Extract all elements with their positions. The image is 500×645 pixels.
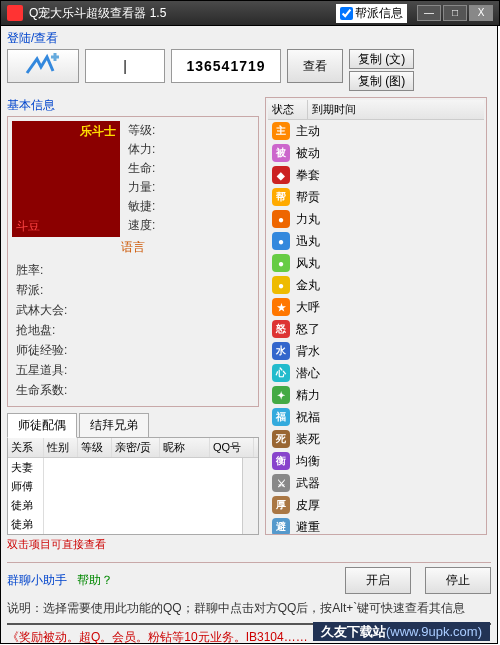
table-row[interactable]: 师傅 [8, 477, 258, 496]
status-item[interactable]: 帮帮贡 [268, 186, 484, 208]
status-item[interactable]: 衡均衡 [268, 450, 484, 472]
table-row[interactable]: 徒弟 [8, 515, 258, 534]
language-label: 语言 [12, 239, 254, 256]
close-button[interactable]: X [469, 5, 493, 21]
status-label: 避重 [296, 519, 320, 536]
helper-row: 群聊小助手 帮助？ 开启 停止 [7, 567, 491, 594]
status-icon: 水 [272, 342, 290, 360]
stats-list: 等级: 体力: 生命: 力量: 敏捷: 速度: [128, 121, 155, 237]
status-label: 怒了 [296, 321, 320, 338]
table-row[interactable]: 徒弟 [8, 496, 258, 515]
status-label: 祝福 [296, 409, 320, 426]
status-label: 金丸 [296, 277, 320, 294]
view-button[interactable]: 查看 [287, 49, 343, 83]
tab-mentor-spouse[interactable]: 师徒配偶 [7, 413, 77, 438]
status-icon: 帮 [272, 188, 290, 206]
status-label: 潜心 [296, 365, 320, 382]
status-icon: 衡 [272, 452, 290, 470]
status-label: 拳套 [296, 167, 320, 184]
app-icon [7, 5, 23, 21]
status-item[interactable]: ●迅丸 [268, 230, 484, 252]
field-hpcoef: 生命系数: [16, 380, 250, 400]
status-icon: 怒 [272, 320, 290, 338]
status-label: 装死 [296, 431, 320, 448]
basic-info-label: 基本信息 [7, 97, 259, 114]
titlebar: Q宠大乐斗超级查看器 1.5 帮派信息 — □ X [0, 0, 500, 26]
status-icon: ● [272, 210, 290, 228]
stat-str: 力量: [128, 178, 155, 197]
status-item[interactable]: 主主动 [268, 120, 484, 142]
login-section-label: 登陆/查看 [7, 30, 491, 47]
status-icon: 主 [272, 122, 290, 140]
relation-header: 关系 性别 等级 亲密/贡 昵称 QQ号 [8, 438, 258, 458]
qq-input-1[interactable] [85, 49, 165, 83]
status-icon: 被 [272, 144, 290, 162]
status-icon: ◆ [272, 166, 290, 184]
site-link-wrap: 久友下载站(www.9upk.com) [313, 623, 490, 641]
stat-spd: 速度: [128, 216, 155, 235]
site-link[interactable]: 久友下载站(www.9upk.com) [313, 622, 490, 641]
field-turf: 抢地盘: [16, 320, 250, 340]
stat-stamina: 体力: [128, 140, 155, 159]
window-title: Q宠大乐斗超级查看器 1.5 [29, 5, 336, 22]
status-item[interactable]: ✦精力 [268, 384, 484, 406]
stop-button[interactable]: 停止 [425, 567, 491, 594]
status-label: 背水 [296, 343, 320, 360]
status-item[interactable]: 被被动 [268, 142, 484, 164]
status-icon: ● [272, 254, 290, 272]
help-link[interactable]: 帮助？ [77, 572, 113, 589]
status-icon: ⚔ [272, 474, 290, 492]
gang-info-checkbox[interactable]: 帮派信息 [336, 4, 407, 23]
minimize-button[interactable]: — [417, 5, 441, 21]
status-item[interactable]: ◆拳套 [268, 164, 484, 186]
status-item[interactable]: 厚皮厚 [268, 494, 484, 516]
field-mentor-exp: 师徒经验: [16, 340, 250, 360]
status-icon: 心 [272, 364, 290, 382]
copy-image-button[interactable]: 复制 (图) [349, 71, 414, 91]
double-click-hint: 双击项目可直接查看 [7, 537, 259, 552]
info-list: 胜率: 帮派: 武林大会: 抢地盘: 师徒经验: 五星道具: 生命系数: [12, 258, 254, 402]
separator [7, 562, 491, 563]
helper-label: 群聊小助手 [7, 572, 67, 589]
status-panel: 状态 到期时间 主主动被被动◆拳套帮帮贡●力丸●迅丸●风丸●金丸★大呼怒怒了水背… [265, 97, 487, 535]
status-item[interactable]: 死装死 [268, 428, 484, 450]
field-fivestar: 五星道具: [16, 360, 250, 380]
status-icon: ★ [272, 298, 290, 316]
main-area: 基本信息 乐斗士 斗豆 等级: 体力: 生命: 力量: 敏捷: 速度: [7, 97, 491, 558]
maximize-button[interactable]: □ [443, 5, 467, 21]
character-portrait: 乐斗士 斗豆 [12, 121, 120, 237]
status-item[interactable]: 福祝福 [268, 406, 484, 428]
status-label: 被动 [296, 145, 320, 162]
status-item[interactable]: ★大呼 [268, 296, 484, 318]
table-row[interactable]: 夫妻 [8, 458, 258, 477]
status-item[interactable]: ●风丸 [268, 252, 484, 274]
status-label: 皮厚 [296, 497, 320, 514]
status-item[interactable]: 避避重 [268, 516, 484, 535]
status-item[interactable]: ●力丸 [268, 208, 484, 230]
table-scrollbar[interactable] [242, 458, 258, 534]
content-area: 登陆/查看 查看 复制 (文) 复制 (图) 基本信息 乐斗士 斗豆 等级: [0, 26, 498, 644]
field-gang: 帮派: [16, 280, 250, 300]
field-winrate: 胜率: [16, 260, 250, 280]
status-item[interactable]: ⚔武器 [268, 472, 484, 494]
field-wulin: 武林大会: [16, 300, 250, 320]
start-button[interactable]: 开启 [345, 567, 411, 594]
stat-level: 等级: [128, 121, 155, 140]
relation-table: 关系 性别 等级 亲密/贡 昵称 QQ号 夫妻 师傅 徒弟 徒弟 [7, 438, 259, 535]
status-item[interactable]: ●金丸 [268, 274, 484, 296]
gang-info-check[interactable] [340, 7, 353, 20]
status-item[interactable]: 水背水 [268, 340, 484, 362]
status-item[interactable]: 怒怒了 [268, 318, 484, 340]
status-icon: ● [272, 232, 290, 250]
status-label: 精力 [296, 387, 320, 404]
avatar-button[interactable] [7, 49, 79, 83]
status-item[interactable]: 心潜心 [268, 362, 484, 384]
copy-text-button[interactable]: 复制 (文) [349, 49, 414, 69]
stat-agi: 敏捷: [128, 197, 155, 216]
status-icon: 福 [272, 408, 290, 426]
status-label: 主动 [296, 123, 320, 140]
tab-sworn-brothers[interactable]: 结拜兄弟 [79, 413, 149, 437]
status-label: 帮贡 [296, 189, 320, 206]
status-label: 迅丸 [296, 233, 320, 250]
qq-input-2[interactable] [171, 49, 281, 83]
